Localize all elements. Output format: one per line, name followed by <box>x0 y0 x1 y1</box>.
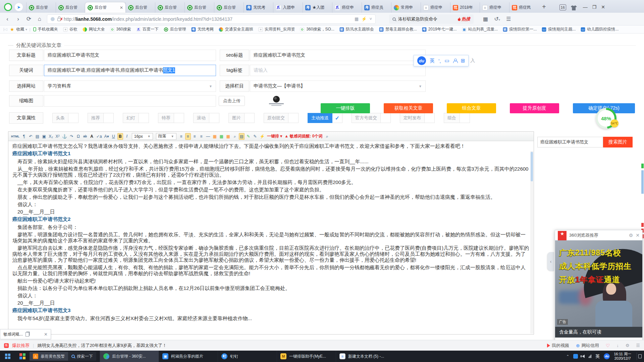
action-button[interactable]: 一键排版 <box>321 103 370 113</box>
ime-account-icon[interactable] <box>453 59 457 63</box>
sidebar-toggle-icon[interactable]: |◁ <box>3 27 7 32</box>
restore-button[interactable]: ❐ <box>592 4 597 10</box>
browser-tab[interactable]: 癌症员 <box>362 2 391 13</box>
bookmark-item[interactable]: 无忧考网 <box>191 26 214 32</box>
notification-center-icon[interactable] <box>637 353 643 360</box>
keywords-input[interactable]: 癌症困难职工申请,癌症困难申请书,癌症困难职工申请书范文1 <box>44 65 216 76</box>
refresh-button[interactable]: ⟳ <box>25 15 32 22</box>
hot-recommend-tag[interactable]: 爆款推荐 <box>12 343 30 349</box>
action-button[interactable]: 提升原创度 <box>510 103 559 113</box>
ime-board-icon[interactable]: ▭ <box>445 58 449 64</box>
volume-icon[interactable] <box>582 355 585 358</box>
bookmark-item[interactable]: 禁毒主题班会教... <box>379 26 417 32</box>
image-search-input[interactable]: 癌症困难职工申请书范文 <box>537 137 603 147</box>
ad-close-icon[interactable]: ✕ <box>636 233 640 238</box>
browser-tab[interactable]: 后台管 <box>26 2 56 13</box>
gear-icon[interactable]: ⚙ <box>629 233 633 238</box>
browser-tab[interactable]: 癌症申 <box>421 2 450 13</box>
browser-tab[interactable]: 后台管 <box>56 2 85 13</box>
site-info-icon[interactable] <box>51 17 55 21</box>
browser-tab[interactable]: 常用申 <box>391 2 421 13</box>
start-button[interactable] <box>0 351 15 362</box>
toolbar-icon[interactable]: ¶ <box>21 133 27 140</box>
toolbar-icon[interactable]: HTML <box>10 133 20 140</box>
article-title-input[interactable]: 癌症困难职工申请书范文 <box>44 50 216 61</box>
attribute-checkbox[interactable] <box>68 113 78 123</box>
site-select[interactable]: 学习资料库▼ <box>44 80 216 92</box>
tags-input[interactable]: 请输入 <box>250 65 426 76</box>
browser-tab[interactable]: 癌症申 <box>332 2 362 13</box>
toolbar-icon[interactable]: ✎ <box>246 133 251 140</box>
new-tab-button[interactable]: + <box>542 3 546 11</box>
toolbar-icon[interactable]: ≡ <box>192 133 198 140</box>
lightning-icon[interactable]: ⚡ <box>361 16 367 21</box>
home-button[interactable]: ⌂ <box>36 16 43 22</box>
grid-icon[interactable]: ▦ <box>355 16 359 21</box>
toolbar-icon[interactable]: ⚡ <box>259 133 265 140</box>
taskbar-app-button[interactable]: 后台管理 - 360安... <box>100 351 159 362</box>
toolbar-icon[interactable]: X₂ <box>48 133 54 140</box>
hot-search-label[interactable]: 热搜 <box>458 16 470 22</box>
toolbar-icon[interactable]: ▣ <box>41 133 47 140</box>
toolbar-icon[interactable]: I <box>124 133 130 140</box>
bookmark-item[interactable]: 后台管理 <box>163 26 186 32</box>
toolbar-icon[interactable]: ≡ <box>185 133 191 140</box>
favorites-menu[interactable]: 收藏▾ <box>9 26 27 32</box>
browser-tab[interactable]: 后台管 <box>184 2 214 13</box>
attribute-checkbox[interactable] <box>174 113 184 123</box>
action-button[interactable]: 组合文章 <box>447 103 496 113</box>
popup-close-icon[interactable]: ✕ <box>44 332 48 337</box>
attribute-toggle[interactable]: 图片 <box>228 113 255 123</box>
menu-icon[interactable]: ☰ <box>506 16 511 22</box>
ime-punctuation-icon[interactable]: ’, <box>438 58 441 64</box>
bookmark-item[interactable]: 2019年七一建... <box>422 26 457 32</box>
url-text[interactable]: http://lianhe.5068.com/index.php/admin/a… <box>64 16 352 22</box>
browser-tab[interactable]: 后台管 <box>155 2 184 13</box>
copy-icon[interactable] <box>25 332 29 337</box>
attribute-checkbox[interactable] <box>104 113 114 123</box>
news-headline[interactable]: 姚明女儿身高已失控，活了20年都没有人家9岁高，基因太强大了！ <box>37 343 167 349</box>
column-select[interactable]: 申请书范文—【申请书】▼ <box>250 80 426 92</box>
zoom-search-icon[interactable]: ⌕ <box>324 133 330 140</box>
attribute-toggle[interactable]: 滚动 <box>193 113 219 123</box>
tray-chat-icon[interactable] <box>573 354 578 359</box>
toolbar-icon[interactable]: ↶ <box>28 133 34 140</box>
bookmark-item[interactable]: 360搜索 <box>110 26 131 32</box>
bookmark-item[interactable]: 实用资料_实用资 <box>258 26 295 32</box>
bookmark-item[interactable]: 防汛水主题班会 <box>339 26 374 32</box>
search-query[interactable]: 洛杉矶紧急防疫命令 <box>398 16 455 22</box>
bookmark-item[interactable]: 360搜索，SO... <box>300 26 334 32</box>
sensitive-words-alert[interactable]: ▲ 敏感词提醒: 0个词 <box>284 133 323 140</box>
toolbar-icon[interactable]: ✓a <box>96 133 103 140</box>
attribute-checkbox[interactable] <box>460 113 470 123</box>
attribute-toggle[interactable]: 组合 <box>444 113 470 123</box>
one-key-format-button[interactable]: 一键排 ▾ <box>266 133 283 140</box>
tab-close-icon[interactable]: ✕ <box>120 5 123 10</box>
ad-image[interactable]: 广东211/985名校 成人本科低学历招生 开放1年拿证通道 广告 <box>555 240 642 327</box>
download-icon[interactable]: ↓ <box>616 343 619 348</box>
attribute-checkbox[interactable] <box>425 113 435 123</box>
bookmark-item[interactable]: 网址大全 <box>82 26 105 32</box>
font-size-select[interactable]: 16px▼ <box>132 133 153 140</box>
paragraph-select[interactable]: 段落▼ <box>156 133 176 140</box>
browser-tab[interactable]: 后台管 <box>125 2 155 13</box>
toolbar-icon[interactable]: ↷ <box>69 133 74 140</box>
extensions-grid-icon[interactable]: ▦ <box>483 16 488 22</box>
taskbar-weather-alert[interactable]: ⚠ 暴雨黄色预警 <box>30 352 68 361</box>
browser-tab[interactable]: 无忧考 <box>244 2 273 13</box>
ime-language-indicator[interactable]: 英 <box>595 353 600 359</box>
browser-search-box[interactable]: 洛杉矶紧急防疫命令 热搜 <box>389 14 474 24</box>
seo-title-input[interactable]: 癌症困难职工申请书范文 <box>250 50 426 61</box>
toolbar-icon[interactable]: A <box>89 133 95 140</box>
toolbar-icon[interactable]: ▤ <box>239 133 245 140</box>
toolbar-icon[interactable]: ▦ <box>219 133 224 140</box>
network-icon[interactable] <box>589 355 591 358</box>
toolbar-icon[interactable]: ▦ <box>212 133 218 140</box>
browser-tab[interactable]: 后台管 <box>214 2 244 13</box>
bookmark-item[interactable]: 疫情防控第一... <box>502 26 537 32</box>
chevron-down-icon[interactable]: ˅ <box>369 16 372 21</box>
taskbar-search-button[interactable]: 搜索一下 <box>68 352 96 361</box>
attribute-toggle[interactable]: 主动推送 <box>308 113 342 123</box>
ad-caption[interactable]: 含金量高，在职可读 <box>555 327 642 338</box>
attribute-checkbox[interactable] <box>139 113 149 123</box>
